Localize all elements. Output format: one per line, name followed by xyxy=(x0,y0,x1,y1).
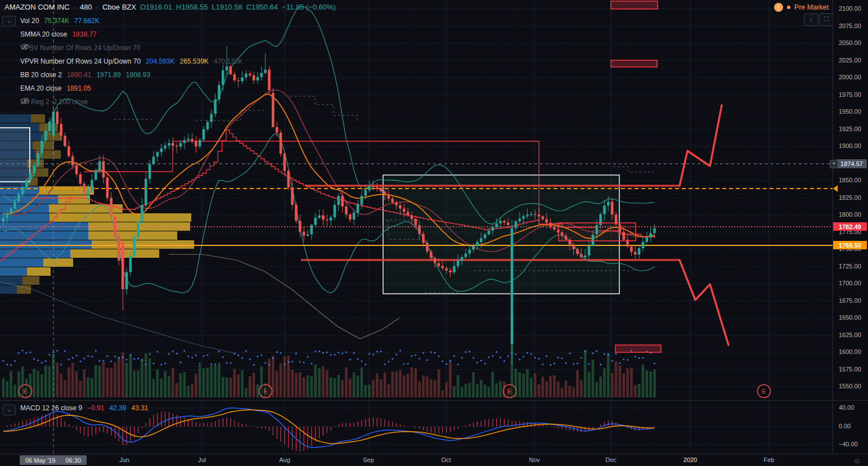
legend-value: VPVR Number Of Rows 24 Up/Down 70 xyxy=(20,57,141,65)
macd-axis[interactable]: 40.000.00−40.00 xyxy=(833,401,868,454)
time-tick: Aug xyxy=(279,456,290,463)
macd-tick: 0.00 xyxy=(839,423,851,429)
macd-tick: 40.00 xyxy=(839,404,854,411)
premarket-dot-icon xyxy=(787,6,790,9)
maximize-pane-button[interactable]: ⛶ xyxy=(819,14,834,26)
legend-row-ema[interactable]: EMA 20 close1891.05 xyxy=(20,83,96,93)
svg-text:E: E xyxy=(507,388,511,395)
legend-value: 470.133K xyxy=(214,57,242,65)
title-segment: 480 xyxy=(80,3,92,11)
price-tick: 1825.00 xyxy=(839,194,861,201)
macd-legend[interactable]: MACD 12 26 close 9−0.9142.3943.31 xyxy=(20,404,154,412)
macd-legend-value: 42.39 xyxy=(109,404,126,412)
legend-row-vpvr[interactable]: VPVR Number Of Rows 24 Up/Down 70204.593… xyxy=(20,56,248,66)
alert-arrow-icon xyxy=(833,185,838,192)
legend-value: Lin Reg 2 -2 200 close xyxy=(20,98,88,106)
macd-legend-value: MACD 12 26 close 9 xyxy=(20,404,82,412)
legend-row-bb[interactable]: BB 20 close 21890.411971.891808.93 xyxy=(20,70,155,80)
price-tick: 1975.00 xyxy=(839,91,861,98)
svg-text:E: E xyxy=(263,388,267,395)
price-tick: 2075.00 xyxy=(839,23,861,29)
time-axis[interactable]: 06 May '19 06:30 ☼ JunJulAugSepOctNovDec… xyxy=(0,454,868,466)
svg-text:E: E xyxy=(762,388,766,395)
price-flag: 1782.49 xyxy=(833,222,867,231)
title-segment: · xyxy=(74,3,76,11)
title-segment: C1950.64 xyxy=(246,3,278,11)
title-segment: Cboe BZX xyxy=(102,3,136,11)
svg-text:E: E xyxy=(23,388,27,395)
price-flag: 1755.50 xyxy=(833,241,867,249)
price-tick: 2050.00 xyxy=(839,39,861,46)
crosshair-price-label: 1874.57+ xyxy=(836,159,867,168)
scroll-to-recent-button[interactable]: ↓ xyxy=(804,14,818,26)
macd-collapse-button[interactable]: ⌄ xyxy=(2,405,16,415)
price-tick: 1850.00 xyxy=(839,177,861,183)
price-tick: 1625.00 xyxy=(839,331,861,338)
legend-collapse-button[interactable]: ⌄ xyxy=(2,16,16,26)
alert-icon[interactable]: ! xyxy=(774,3,783,12)
title-segment: L1910.58 xyxy=(212,3,242,11)
price-tick: 1700.00 xyxy=(839,280,861,286)
price-tick: 1950.00 xyxy=(839,108,861,115)
price-tick: 1650.00 xyxy=(839,314,861,321)
legend-value: 77.682K xyxy=(74,17,100,25)
title-segment: −11.85 (−0.60%) xyxy=(282,3,336,11)
time-tick: Feb xyxy=(764,456,775,463)
legend-value: 265.539K xyxy=(179,57,208,65)
legend-value: 204.593K xyxy=(146,57,174,65)
tradingview-chart-window: EEEE AMAZON COM INC·480·Cboe BZXO1916.01… xyxy=(0,0,868,466)
faint-indicator-curves xyxy=(0,254,399,353)
price-tick: 2100.00 xyxy=(839,5,861,12)
legend-row-vol[interactable]: Vol 2075.374K77.682K xyxy=(20,16,105,26)
market-status: ! Pre Market xyxy=(774,3,829,12)
time-tick: Jun xyxy=(119,456,129,463)
price-tick: 1675.00 xyxy=(839,297,861,304)
legend-value: VPSV Number Of Rows 24 Up/Down 70 xyxy=(20,44,140,52)
legend-value: Vol 20 xyxy=(20,17,39,25)
time-tick: Dec xyxy=(605,456,617,463)
legend-value: 1808.93 xyxy=(126,71,150,79)
time-tick: 2020 xyxy=(683,456,697,463)
price-tick: 1800.00 xyxy=(839,211,861,218)
price-tick: 1600.00 xyxy=(839,348,861,355)
time-tick: Nov xyxy=(529,456,540,463)
title-segment: AMAZON COM INC xyxy=(5,3,70,11)
legend-value: 1971.89 xyxy=(96,71,120,79)
macd-legend-value: −0.91 xyxy=(87,404,104,412)
volume-bars xyxy=(2,314,656,397)
legend-value: 1891.05 xyxy=(66,84,91,92)
legend-row-linreg[interactable]: Lin Reg 2 -2 200 close xyxy=(20,97,98,107)
add-alert-plus-icon[interactable]: + xyxy=(830,160,838,168)
legend-value: 75.374K xyxy=(44,17,69,25)
price-tick: 2000.00 xyxy=(839,74,861,80)
macd-legend-value: 43.31 xyxy=(131,404,148,412)
time-tick: Sep xyxy=(363,456,374,463)
price-tick: 1725.00 xyxy=(839,263,861,270)
crosshair-time-label: 06 May '19 06:30 xyxy=(20,455,87,465)
legend-value: BB 20 close 2 xyxy=(20,71,62,79)
price-tick: 1900.00 xyxy=(839,142,861,149)
axis-settings-icon[interactable]: ☼ xyxy=(853,455,861,465)
price-tick: 1925.00 xyxy=(839,126,861,132)
price-tick: 1550.00 xyxy=(839,383,861,389)
title-segment: H1958.55 xyxy=(176,3,208,11)
time-tick: Oct xyxy=(441,456,451,463)
legend-value: 1890.41 xyxy=(67,71,91,79)
macd-tick: −40.00 xyxy=(839,441,858,447)
symbol-title: AMAZON COM INC·480·Cboe BZXO1916.01H1958… xyxy=(5,3,340,11)
legend-value: EMA 20 close xyxy=(20,84,61,92)
price-tick: 2025.00 xyxy=(839,57,861,64)
time-tick: Jul xyxy=(198,456,206,463)
legend-value: SMMA 20 close xyxy=(20,30,67,38)
macd-pane xyxy=(3,408,655,452)
legend-value: 1838.77 xyxy=(72,30,96,38)
legend-row-smma[interactable]: SMMA 20 close1838.77 xyxy=(20,29,102,39)
premarket-label: Pre Market xyxy=(794,3,829,11)
price-axis[interactable]: 2100.002075.002050.002025.002000.001975.… xyxy=(833,0,868,400)
title-segment: · xyxy=(96,3,98,11)
legend-row-vpsv[interactable]: VPSV Number Of Rows 24 Up/Down 70 xyxy=(20,43,150,53)
price-tick: 1575.00 xyxy=(839,366,861,373)
title-segment: O1916.01 xyxy=(140,3,172,11)
